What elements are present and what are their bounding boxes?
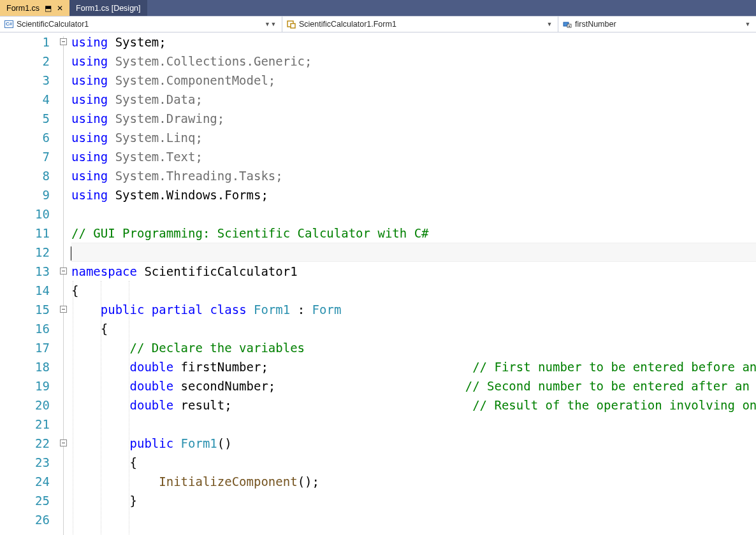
token-dim: System.Drawing; — [108, 111, 224, 125]
fold-toggle[interactable] — [60, 306, 67, 313]
line-number: 7 — [0, 147, 50, 166]
code-line[interactable]: double firstNumber; // First number to b… — [71, 357, 756, 376]
token-kw: using — [71, 188, 108, 202]
tab-label: Form1.cs — [6, 4, 40, 13]
line-number: 10 — [0, 204, 50, 224]
code-line[interactable] — [71, 510, 756, 529]
token-cmt: // First number to be entered before an … — [472, 360, 756, 374]
chevron-down-icon[interactable]: ▼ — [269, 21, 278, 27]
type-selector-text: ScientificCalculator1.Form1 — [299, 20, 545, 29]
line-number: 9 — [0, 185, 50, 204]
token-kw: using — [71, 111, 108, 125]
token-typ: Form1 — [254, 303, 290, 317]
code-line[interactable]: public Form1() — [71, 434, 756, 453]
fold-toggle[interactable] — [60, 439, 67, 446]
token-kw: public — [101, 303, 145, 317]
type-selector[interactable]: ScientificCalculator1.Form1 ▼ — [282, 17, 558, 32]
code-editor[interactable]: 1234567891011121314151617181920212223242… — [0, 32, 756, 535]
class-icon — [286, 19, 296, 29]
code-line[interactable]: using System.Windows.Forms; — [71, 185, 756, 204]
line-number: 25 — [0, 491, 50, 510]
code-line[interactable]: using System; — [71, 32, 756, 52]
token-kw: public — [130, 436, 174, 450]
chevron-down-icon[interactable]: ▼ — [545, 21, 554, 27]
token-id — [71, 474, 159, 489]
outline-margin[interactable] — [56, 32, 71, 535]
code-line[interactable] — [71, 204, 756, 224]
token-cmt: // Declare the variables — [130, 341, 305, 355]
code-line[interactable]: { — [71, 319, 756, 338]
code-line[interactable]: using System.Data; — [71, 90, 756, 109]
token-kw: using — [71, 35, 108, 49]
token-id — [203, 303, 210, 317]
code-line[interactable]: double result; // Result of the operatio… — [71, 396, 756, 415]
code-line[interactable]: double secondNumber; // Second number to… — [71, 376, 756, 396]
token-cmt: // Result of the operation involving one… — [472, 398, 756, 412]
line-number: 5 — [0, 109, 50, 128]
navigation-bar: C# ScientificCalculator1 ▼ ▼ ScientificC… — [0, 16, 756, 32]
fold-toggle[interactable] — [60, 38, 67, 45]
token-kw: double — [130, 379, 174, 393]
token-kw: class — [210, 303, 246, 317]
token-dim: System.Text; — [108, 150, 203, 164]
token-id: { — [71, 283, 78, 297]
token-dim: System.Linq; — [108, 131, 203, 145]
token-id — [173, 436, 180, 450]
token-id — [71, 303, 101, 317]
code-line[interactable]: public partial class Form1 : Form — [71, 300, 756, 319]
code-line[interactable]: using System.Threading.Tasks; — [71, 166, 756, 185]
line-number: 12 — [0, 243, 50, 262]
pin-icon[interactable]: ⬒ — [45, 4, 52, 13]
code-line[interactable]: namespace ScientificCalculator1 — [71, 262, 756, 281]
code-line[interactable]: // Declare the variables — [71, 338, 756, 357]
svg-rect-4 — [569, 25, 570, 27]
code-line[interactable]: } — [71, 491, 756, 510]
member-selector[interactable]: firstNumber ▼ — [558, 17, 756, 32]
code-area[interactable]: using System;using System.Collections.Ge… — [71, 32, 756, 535]
line-number: 13 — [0, 262, 50, 281]
token-id — [144, 303, 151, 317]
token-kw: double — [130, 398, 174, 412]
code-line[interactable] — [71, 243, 756, 262]
code-line[interactable]: using System.Text; — [71, 147, 756, 166]
line-number: 14 — [0, 281, 50, 300]
token-kw: using — [71, 150, 108, 164]
line-number: 20 — [0, 396, 50, 415]
project-selector[interactable]: C# ScientificCalculator1 ▼ ▼ — [0, 17, 282, 32]
line-number: 16 — [0, 319, 50, 338]
code-line[interactable]: using System.Linq; — [71, 128, 756, 147]
token-typ: Form — [312, 303, 342, 317]
token-kw: using — [71, 131, 108, 145]
token-id — [71, 360, 130, 374]
token-id: } — [71, 494, 137, 508]
close-icon[interactable]: ✕ — [57, 4, 63, 13]
token-id: result; — [173, 398, 472, 412]
line-number: 6 — [0, 128, 50, 147]
line-number: 18 — [0, 357, 50, 376]
code-line[interactable]: { — [71, 281, 756, 300]
line-number: 3 — [0, 71, 50, 90]
code-line[interactable]: InitializeComponent(); — [71, 472, 756, 491]
fold-toggle[interactable] — [60, 268, 67, 275]
line-number: 11 — [0, 224, 50, 243]
code-line[interactable]: // GUI Programming: Scientific Calculato… — [71, 224, 756, 243]
code-line[interactable]: using System.Drawing; — [71, 109, 756, 128]
code-line[interactable]: using System.ComponentModel; — [71, 71, 756, 90]
code-line[interactable] — [71, 415, 756, 434]
chevron-down-icon[interactable]: ▼ — [743, 21, 752, 27]
code-line[interactable]: using System.Collections.Generic; — [71, 52, 756, 71]
token-cmt: // Second number to be entered after an … — [465, 379, 756, 393]
token-id — [247, 303, 254, 317]
code-line[interactable]: { — [71, 453, 756, 472]
token-dim: System.ComponentModel; — [108, 73, 275, 87]
chevron-down-icon[interactable]: ▼ — [265, 21, 270, 27]
token-call: InitializeComponent — [159, 474, 297, 489]
line-number: 4 — [0, 90, 50, 109]
token-dim: System.Threading.Tasks; — [108, 169, 283, 183]
token-id — [71, 379, 130, 393]
tab-form1-cs[interactable]: Form1.cs ⬒ ✕ — [0, 0, 69, 16]
token-kw: namespace — [71, 264, 137, 278]
token-kw: using — [71, 73, 108, 87]
tab-form1-design[interactable]: Form1.cs [Design] — [69, 0, 147, 16]
svg-rect-1 — [291, 24, 295, 28]
